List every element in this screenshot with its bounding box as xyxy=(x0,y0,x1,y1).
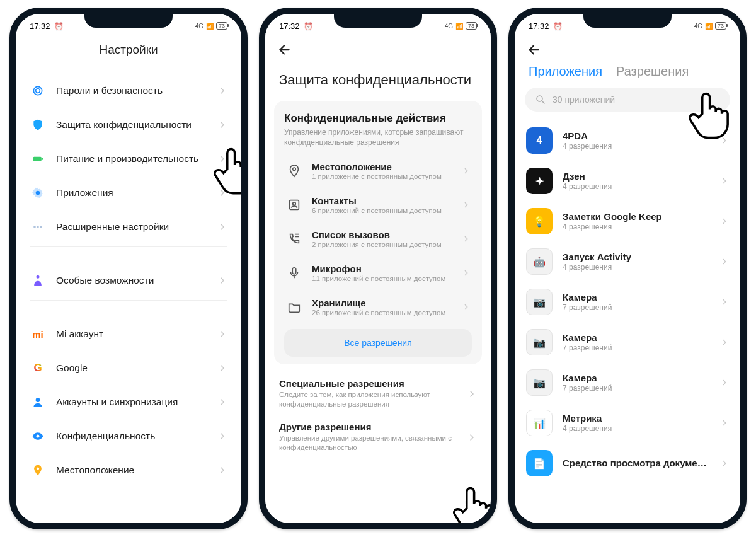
pin-icon xyxy=(285,162,303,180)
app-name: Запуск Activity xyxy=(563,251,710,262)
permission-subtitle: 11 приложений с постоянным доступом xyxy=(312,275,453,282)
gear-icon xyxy=(30,185,46,201)
app-subtitle: 4 разрешения xyxy=(563,424,710,433)
fingerprint-icon xyxy=(30,83,46,99)
settings-row[interactable]: Аккаунты и синхронизация xyxy=(25,385,232,419)
chevron-right-icon xyxy=(462,268,471,277)
row-label: Местоположение xyxy=(56,465,207,476)
tab-permissions[interactable]: Разрешения xyxy=(616,64,689,79)
search-input[interactable]: 30 приложений xyxy=(525,88,730,112)
settings-row[interactable]: Пароли и безопасность xyxy=(25,74,232,108)
tab-applications[interactable]: Приложения xyxy=(529,64,602,79)
alarm-icon xyxy=(553,21,563,31)
status-time: 17:32 xyxy=(529,21,549,31)
settings-row[interactable]: Особые возможности xyxy=(25,263,232,297)
status-time: 17:32 xyxy=(30,21,50,31)
chevron-right-icon xyxy=(467,432,477,442)
svg-point-9 xyxy=(37,275,40,279)
row-subtitle: Управление другими разрешениями, связанн… xyxy=(279,434,457,453)
phone-privacy: 17:32 4G 📶 73 Защита конфиденциальности … xyxy=(259,8,497,529)
battery-icon: 73 xyxy=(466,22,477,30)
chevron-right-icon xyxy=(462,303,471,311)
signal-icon: 📶 xyxy=(455,23,463,30)
notch xyxy=(583,14,672,28)
permission-label: Контакты xyxy=(312,195,453,206)
permission-label: Микрофон xyxy=(312,263,453,274)
row-label: Конфиденциальность xyxy=(56,430,207,442)
permission-row[interactable]: Список вызовов2 приложения с постоянным … xyxy=(284,222,472,256)
app-row[interactable]: 🤖Запуск Activity4 разрешения xyxy=(515,241,740,282)
app-icon: 🤖 xyxy=(526,248,553,275)
special-permissions-row[interactable]: Специальные разрешения Следите за тем, к… xyxy=(274,372,482,415)
callog-icon xyxy=(285,230,303,248)
settings-row[interactable]: Защита конфиденциальности xyxy=(25,108,232,142)
chevron-right-icon xyxy=(217,120,227,130)
access-icon xyxy=(30,272,46,289)
chevron-right-icon xyxy=(217,397,227,407)
signal-label: 4G xyxy=(694,23,702,30)
permission-row[interactable]: Микрофон11 приложений с постоянным досту… xyxy=(284,256,472,290)
chevron-right-icon xyxy=(720,217,729,226)
app-row[interactable]: 📷Камера7 разрешений xyxy=(515,322,740,362)
chevron-right-icon xyxy=(467,389,477,399)
svg-point-2 xyxy=(36,89,40,93)
permission-row[interactable]: Контакты6 приложений с постоянным доступ… xyxy=(284,188,472,222)
settings-row[interactable]: GGoogle xyxy=(25,351,232,385)
settings-row[interactable]: Питание и производительность xyxy=(25,142,232,176)
svg-point-8 xyxy=(40,226,42,228)
chevron-right-icon xyxy=(720,136,729,145)
battery-icon xyxy=(30,151,46,167)
app-name: Дзен xyxy=(563,171,710,182)
settings-row[interactable]: Расширенные настройки xyxy=(25,210,232,244)
permission-row[interactable]: Хранилище26 приложений с постоянным дост… xyxy=(284,290,472,324)
app-icon: 📄 xyxy=(526,450,553,476)
chevron-right-icon xyxy=(720,419,729,427)
app-subtitle: 4 разрешения xyxy=(563,142,710,151)
app-icon: 4 xyxy=(526,127,553,154)
chevron-right-icon xyxy=(217,188,227,198)
contact-icon xyxy=(285,196,303,214)
row-label: Пароли и безопасность xyxy=(56,85,207,96)
app-row[interactable]: 📊Метрика4 разрешения xyxy=(515,403,740,443)
row-label: Google xyxy=(56,362,207,374)
row-label: Особые возможности xyxy=(56,275,207,286)
settings-row[interactable]: Конфиденциальность xyxy=(25,419,232,453)
all-permissions-button[interactable]: Все разрешения xyxy=(284,329,472,357)
app-row[interactable]: 44PDA4 разрешения xyxy=(515,120,740,161)
chevron-right-icon xyxy=(720,176,729,185)
app-row[interactable]: 📷Камера7 разрешений xyxy=(515,362,740,403)
app-name: 4PDA xyxy=(563,130,710,141)
phone-apps: 17:32 4G 📶 73 Приложения Разрешения 30 п… xyxy=(508,8,747,529)
back-icon[interactable] xyxy=(526,42,542,58)
app-row[interactable]: 📷Камера7 разрешений xyxy=(515,282,740,322)
app-row[interactable]: ✦Дзен4 разрешения xyxy=(515,161,740,201)
chevron-right-icon xyxy=(217,222,227,232)
svg-point-6 xyxy=(33,226,36,228)
permission-subtitle: 1 приложение с постоянным доступом xyxy=(312,173,453,180)
dots-icon xyxy=(30,219,46,235)
settings-row[interactable]: Местоположение xyxy=(25,453,232,487)
signal-icon: 📶 xyxy=(705,23,713,30)
svg-rect-16 xyxy=(292,268,296,274)
signal-label: 4G xyxy=(195,23,203,30)
row-label: Расширенные настройки xyxy=(56,221,207,233)
alarm-icon xyxy=(304,21,313,31)
back-icon[interactable] xyxy=(277,42,293,58)
settings-row[interactable]: miMi аккаунт xyxy=(25,317,232,351)
privacy-actions-card: Конфиденциальные действия Управление при… xyxy=(274,101,482,364)
settings-row[interactable]: Приложения xyxy=(25,176,232,210)
chevron-right-icon xyxy=(217,431,227,441)
app-row[interactable]: 📄Средство просмотра документ... xyxy=(515,443,740,483)
app-subtitle: 4 разрешения xyxy=(563,182,710,191)
location-icon xyxy=(30,462,46,478)
chevron-right-icon xyxy=(217,465,227,475)
app-row[interactable]: 💡Заметки Google Keep4 разрешения xyxy=(515,201,740,241)
permission-subtitle: 26 приложений с постоянным доступом xyxy=(312,309,453,316)
other-permissions-row[interactable]: Другие разрешения Управление другими раз… xyxy=(274,415,482,459)
permission-row[interactable]: Местоположение1 приложение с постоянным … xyxy=(284,154,472,188)
chevron-right-icon xyxy=(462,200,471,209)
app-icon: 📷 xyxy=(526,329,553,355)
search-icon xyxy=(535,94,546,105)
app-name: Метрика xyxy=(563,413,710,424)
person-icon xyxy=(30,394,46,410)
